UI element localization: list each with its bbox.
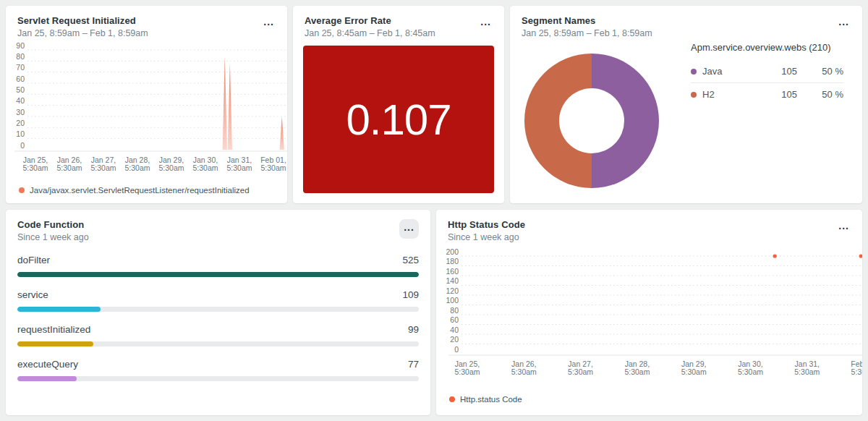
card-subtitle: Since 1 week ago bbox=[448, 232, 525, 242]
segment-table-row[interactable]: Java10550 % bbox=[691, 60, 843, 82]
svg-text:Jan 31,5:30am: Jan 31,5:30am bbox=[226, 156, 252, 171]
segment-label: H2 bbox=[702, 89, 746, 100]
svg-text:Feb 01,5:30am: Feb 01,5:30am bbox=[260, 156, 286, 171]
dashboard-top-row: Servlet Request Initialized Jan 25, 8:59… bbox=[6, 6, 862, 203]
bar-track bbox=[17, 307, 419, 312]
card-title: Servlet Request Initialized bbox=[17, 15, 148, 26]
svg-text:Jan 29,5:30am: Jan 29,5:30am bbox=[158, 156, 184, 171]
svg-text:120: 120 bbox=[446, 286, 459, 295]
donut-chart[interactable] bbox=[524, 54, 659, 188]
card-http-status-code: Http Status Code Since 1 week ago ... 20… bbox=[436, 210, 862, 415]
svg-text:Jan 26,5:30am: Jan 26,5:30am bbox=[56, 156, 82, 171]
servlet-time-series-chart[interactable]: 9080706050403020100Jan 25,5:30amJan 26,5… bbox=[6, 40, 287, 171]
card-code-function: Code Function Since 1 week ago ... doFil… bbox=[6, 210, 430, 415]
more-options-button[interactable]: ... bbox=[837, 221, 851, 231]
card-segment-names: Segment Names Jan 25, 8:59am – Feb 1, 8:… bbox=[510, 6, 862, 203]
bar-fill bbox=[17, 307, 101, 312]
svg-text:40: 40 bbox=[16, 96, 25, 105]
chart-legend-item[interactable]: Java/javax.servlet.ServletRequestListene… bbox=[6, 186, 287, 195]
card-header: Average Error Rate Jan 25, 8:45am – Feb … bbox=[293, 6, 504, 38]
bar-track bbox=[17, 341, 419, 346]
bar-fill bbox=[17, 341, 93, 346]
card-header: Code Function Since 1 week ago ... bbox=[6, 210, 430, 242]
segment-percent: 50 % bbox=[797, 66, 843, 77]
bar-track bbox=[17, 272, 419, 277]
svg-text:10: 10 bbox=[16, 129, 25, 138]
bar-value: 99 bbox=[408, 323, 419, 336]
svg-text:Jan 29,5:30am: Jan 29,5:30am bbox=[681, 360, 707, 376]
svg-text:50: 50 bbox=[16, 85, 25, 94]
legend-dot-icon bbox=[19, 187, 25, 193]
svg-text:Jan 30,5:30am: Jan 30,5:30am bbox=[738, 360, 763, 376]
bar-track bbox=[17, 376, 419, 381]
http-status-scatter-chart[interactable]: 200180160140120100806040200Jan 25,5:30am… bbox=[436, 245, 862, 381]
card-subtitle: Jan 25, 8:59am – Feb 1, 8:59am bbox=[522, 28, 652, 38]
card-subtitle: Since 1 week ago bbox=[17, 232, 89, 242]
svg-text:90: 90 bbox=[16, 41, 25, 50]
segment-label: Java bbox=[702, 66, 746, 77]
dashboard-bottom-row: Code Function Since 1 week ago ... doFil… bbox=[6, 210, 862, 415]
bar-label: requestInitialized bbox=[17, 323, 90, 336]
more-options-button[interactable]: ... bbox=[262, 17, 276, 27]
bar-list-row[interactable]: doFilter525 bbox=[17, 254, 419, 277]
donut-hole bbox=[559, 88, 624, 153]
svg-text:180: 180 bbox=[446, 257, 459, 265]
segment-table-header: Apm.service.overview.webs (210) bbox=[691, 42, 843, 53]
svg-text:Jan 26,5:30am: Jan 26,5:30am bbox=[511, 360, 537, 376]
segment-value: 105 bbox=[746, 66, 797, 77]
bar-list-row[interactable]: requestInitialized99 bbox=[17, 323, 419, 346]
more-options-button[interactable]: ... bbox=[399, 219, 419, 239]
card-header: Servlet Request Initialized Jan 25, 8:59… bbox=[6, 6, 287, 38]
legend-label: Http.status Code bbox=[460, 395, 522, 404]
segment-table-rows: Java10550 %H210550 % bbox=[691, 60, 843, 106]
svg-text:80: 80 bbox=[450, 306, 459, 315]
legend-dot-icon bbox=[449, 396, 455, 402]
svg-text:20: 20 bbox=[16, 119, 25, 127]
bar-list-chart[interactable]: doFilter525service109requestInitialized9… bbox=[6, 242, 430, 381]
svg-text:Jan 28,5:30am: Jan 28,5:30am bbox=[124, 156, 150, 171]
svg-text:80: 80 bbox=[16, 52, 25, 61]
svg-text:100: 100 bbox=[446, 296, 459, 305]
more-options-button[interactable]: ... bbox=[479, 17, 493, 27]
card-title: Average Error Rate bbox=[305, 15, 435, 26]
chart-legend-item[interactable]: Http.status Code bbox=[436, 395, 862, 404]
svg-text:Feb 01,5:30am: Feb 01,5:30am bbox=[851, 360, 862, 376]
bar-value: 525 bbox=[402, 254, 419, 266]
more-options-button[interactable]: ... bbox=[837, 17, 851, 27]
svg-text:70: 70 bbox=[16, 63, 25, 72]
svg-text:40: 40 bbox=[450, 326, 459, 334]
bar-fill bbox=[17, 272, 419, 277]
svg-text:60: 60 bbox=[16, 75, 25, 83]
bar-value: 77 bbox=[408, 358, 419, 370]
svg-text:Jan 31,5:30am: Jan 31,5:30am bbox=[794, 360, 820, 376]
bar-label: service bbox=[17, 289, 48, 301]
segment-percent: 50 % bbox=[797, 89, 843, 100]
card-subtitle: Jan 25, 8:59am – Feb 1, 8:59am bbox=[17, 28, 148, 38]
legend-dot-icon bbox=[691, 69, 697, 75]
segment-table-row[interactable]: H210550 % bbox=[691, 82, 843, 106]
card-header: Http Status Code Since 1 week ago ... bbox=[436, 210, 862, 242]
bar-value: 109 bbox=[402, 289, 419, 301]
billboard-value: 0.107 bbox=[346, 95, 451, 145]
svg-text:0: 0 bbox=[20, 141, 25, 150]
bar-list-row[interactable]: service109 bbox=[17, 289, 419, 312]
card-title: Segment Names bbox=[522, 15, 652, 26]
legend-dot-icon bbox=[691, 92, 697, 98]
svg-text:Jan 27,5:30am: Jan 27,5:30am bbox=[568, 360, 593, 376]
segment-value: 105 bbox=[746, 89, 797, 100]
card-title: Code Function bbox=[17, 219, 89, 230]
bar-fill bbox=[17, 376, 77, 381]
bar-label: doFilter bbox=[17, 254, 50, 266]
segment-legend-table: Apm.service.overview.webs (210) Java1055… bbox=[691, 42, 843, 106]
svg-text:200: 200 bbox=[446, 247, 459, 256]
bar-list-row[interactable]: executeQuery77 bbox=[17, 358, 419, 381]
legend-label: Java/javax.servlet.ServletRequestListene… bbox=[30, 186, 250, 195]
svg-text:60: 60 bbox=[450, 315, 459, 324]
svg-text:160: 160 bbox=[446, 267, 459, 276]
svg-text:Jan 25,5:30am: Jan 25,5:30am bbox=[22, 156, 48, 171]
svg-text:20: 20 bbox=[450, 335, 459, 344]
card-subtitle: Jan 25, 8:45am – Feb 1, 8:45am bbox=[305, 28, 435, 38]
dashboard: Servlet Request Initialized Jan 25, 8:59… bbox=[0, 0, 868, 421]
svg-text:Jan 25,5:30am: Jan 25,5:30am bbox=[454, 360, 480, 376]
card-header: Segment Names Jan 25, 8:59am – Feb 1, 8:… bbox=[510, 6, 862, 38]
